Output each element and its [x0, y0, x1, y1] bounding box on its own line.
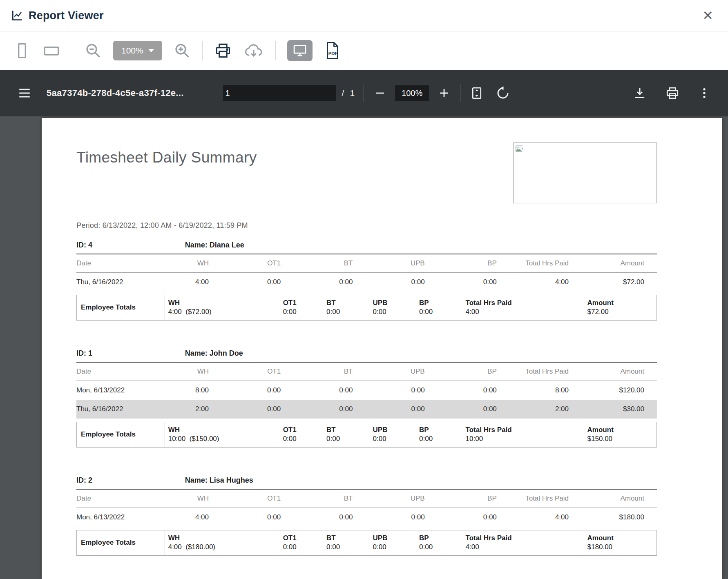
cell-upb: 0:00	[353, 278, 424, 286]
employee-id: ID: 2	[76, 476, 185, 485]
zoom-in-button[interactable]	[174, 42, 191, 59]
table-row: Thu, 6/16/2022 2:00 0:00 0:00 0:00 0:00 …	[76, 400, 657, 419]
cell-date: Mon, 6/13/2022	[76, 513, 137, 521]
zoom-level-value: 100%	[121, 46, 143, 56]
employee-name: Name: Lisa Hughes	[185, 476, 253, 485]
cell-date: Thu, 6/16/2022	[76, 278, 137, 286]
fit-page-button[interactable]	[469, 86, 484, 100]
totals-total-hrs: Total Hrs Paid 4:00	[462, 295, 584, 320]
menu-icon	[17, 86, 32, 100]
column-header: WH	[137, 367, 209, 376]
pdf-view-icon: PDF	[324, 41, 341, 60]
page-separator: /	[342, 88, 344, 98]
window-title: Report Viewer	[29, 9, 104, 22]
totals-ot1: OT1 0:00	[280, 530, 323, 555]
cell-ot1: 0:00	[209, 278, 281, 286]
viewer-toolbar: 100%	[0, 31, 728, 70]
monitor-view-toggle[interactable]	[287, 40, 313, 61]
zoom-in-icon	[174, 42, 191, 59]
totals-bt: BT 0:00	[323, 422, 370, 447]
cell-wh: 8:00	[137, 386, 209, 394]
page-number-input[interactable]	[223, 85, 336, 101]
cell-amount: $30.00	[569, 405, 657, 413]
table-row: Mon, 6/13/2022 8:00 0:00 0:00 0:00 0:00 …	[76, 381, 657, 400]
column-header: BP	[425, 494, 497, 503]
column-header: OT1	[209, 367, 281, 376]
totals-title: Employee Totals	[77, 530, 165, 555]
totals-upb: UPB 0:00	[370, 422, 416, 447]
pdf-toolbar: 5aa7374b-278d-4c5e-a37f-12e... / 1 100%	[0, 70, 728, 116]
table-header-row: Date WH OT1 BT UPB BP Total Hrs Paid Amo…	[76, 363, 657, 381]
totals-upb: UPB 0:00	[370, 295, 416, 320]
table-header-row: Date WH OT1 BT UPB BP Total Hrs Paid Amo…	[76, 490, 657, 508]
download-button[interactable]	[632, 86, 647, 100]
cell-date: Thu, 6/16/2022	[76, 405, 137, 413]
cell-amount: $72.00	[569, 278, 657, 286]
employee-totals-row: Employee Totals WH 10:00 ($150.00) OT1 0…	[76, 422, 657, 448]
cell-amount: $180.00	[569, 513, 657, 521]
column-header: UPB	[353, 367, 424, 376]
column-header: BP	[425, 259, 497, 267]
close-button[interactable]: ✕	[698, 7, 717, 24]
totals-bt: BT 0:00	[323, 295, 370, 320]
zoom-controls: 100%	[373, 85, 451, 101]
column-header: Amount	[569, 367, 657, 376]
table-row: Mon, 6/13/2022 4:00 0:00 0:00 0:00 0:00 …	[76, 508, 657, 527]
column-header: WH	[137, 494, 209, 503]
line-chart-icon	[11, 9, 24, 22]
pdf-toolbar-divider	[460, 84, 460, 102]
column-header: BP	[425, 367, 497, 376]
pdf-toolbar-actions	[632, 86, 711, 100]
portrait-page-button[interactable]	[14, 42, 30, 60]
print-icon	[665, 86, 680, 100]
cloud-download-button[interactable]	[243, 42, 264, 60]
monitor-view-icon	[292, 44, 308, 58]
employee-totals-row: Employee Totals WH 4:00 ($72.00) OT1 0:0…	[76, 295, 657, 321]
pdf-print-button[interactable]	[665, 86, 680, 100]
totals-total-hrs: Total Hrs Paid 4:00	[462, 530, 584, 555]
totals-bp: BP 0:00	[416, 530, 462, 555]
cell-date: Mon, 6/13/2022	[76, 386, 137, 394]
pdf-zoom-in-button[interactable]	[437, 86, 451, 100]
print-icon	[214, 42, 232, 60]
column-header: OT1	[209, 259, 281, 267]
landscape-page-button[interactable]	[42, 42, 61, 59]
column-header: UPB	[353, 494, 424, 503]
column-header: Date	[76, 259, 137, 267]
totals-ot1: OT1 0:00	[280, 422, 323, 447]
column-header: BT	[281, 259, 353, 267]
pdf-zoom-out-button[interactable]	[373, 86, 387, 100]
pdf-view-button[interactable]: PDF	[324, 41, 341, 60]
totals-bp: BP 0:00	[416, 422, 462, 447]
column-header: Amount	[569, 259, 657, 267]
more-options-button[interactable]	[698, 86, 711, 100]
more-options-icon	[698, 86, 711, 100]
svg-text:PDF: PDF	[328, 51, 337, 56]
cell-upb: 0:00	[353, 513, 424, 521]
totals-bt: BT 0:00	[323, 530, 370, 555]
zoom-out-button[interactable]	[85, 42, 102, 59]
menu-button[interactable]	[17, 86, 32, 100]
table-row: Thu, 6/16/2022 4:00 0:00 0:00 0:00 0:00 …	[76, 273, 657, 292]
report-viewer-window: Report Viewer ✕	[0, 0, 728, 579]
totals-upb: UPB 0:00	[370, 530, 416, 555]
rotate-ccw-button[interactable]	[496, 86, 510, 100]
page-navigation: / 1	[223, 85, 355, 101]
column-header: WH	[137, 259, 209, 267]
zoom-level-dropdown[interactable]: 100%	[113, 41, 162, 60]
page-total: 1	[350, 88, 355, 98]
totals-bp: BP 0:00	[416, 295, 462, 320]
totals-wh: WH 4:00 ($180.00)	[165, 530, 280, 555]
table-header-row: Date WH OT1 BT UPB BP Total Hrs Paid Amo…	[76, 254, 657, 273]
column-header: Total Hrs Paid	[497, 259, 569, 267]
print-button[interactable]	[214, 42, 232, 60]
column-header: BT	[281, 367, 353, 376]
chevron-down-icon	[148, 49, 154, 52]
pdf-filename: 5aa7374b-278d-4c5e-a37f-12e...	[47, 88, 184, 98]
cell-bt: 0:00	[281, 278, 353, 286]
document-title: Timesheet Daily Summary	[76, 149, 257, 166]
broken-image-icon	[515, 145, 524, 154]
portrait-page-icon	[14, 42, 30, 60]
pdf-viewer-area[interactable]: Timesheet Daily Summary Period: 6/13/202…	[0, 116, 728, 579]
totals-amount: Amount $180.00	[584, 530, 657, 555]
